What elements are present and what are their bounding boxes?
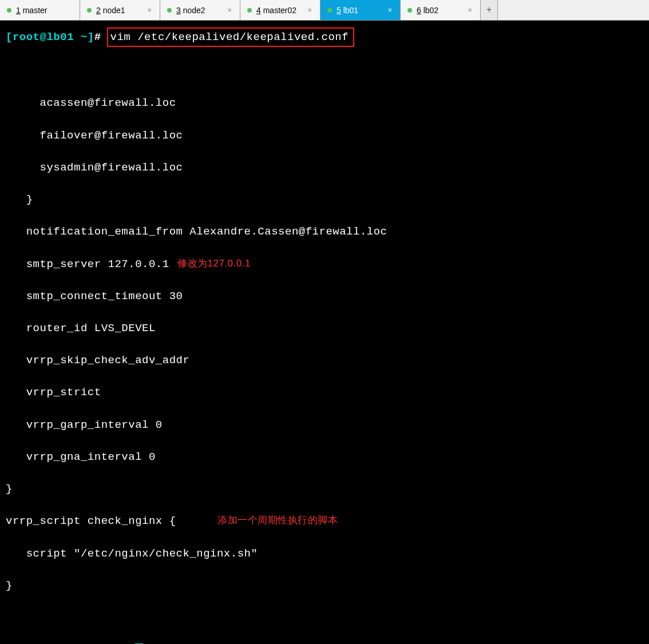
close-icon[interactable]: × (147, 6, 152, 14)
tab-lb02[interactable]: 6 lb02× (401, 0, 481, 20)
cfg-email-close: } (6, 192, 643, 208)
tab-lb01[interactable]: 5 lb01× (320, 0, 401, 20)
tab-label: 4 master02 (256, 6, 296, 15)
tab-master02[interactable]: 4 master02× (240, 0, 320, 20)
close-icon[interactable]: × (227, 6, 232, 14)
cfg-email2: failover@firewall.loc (6, 128, 643, 144)
status-dot-icon (167, 8, 172, 13)
tab-node2[interactable]: 3 node2× (160, 0, 240, 20)
command-text: vim /etc/keepalived/keepalived.conf (110, 31, 349, 43)
tab-bar: 1 master2 node1×3 node2×4 master02×5 lb0… (0, 0, 649, 21)
cfg-garp: vrrp_garp_interval 0 (6, 417, 643, 433)
config-body: acassen@firewall.loc failover@firewall.l… (6, 47, 643, 644)
cfg-email1: acassen@firewall.loc (6, 95, 643, 111)
tab-label: 6 lb02 (417, 6, 438, 15)
cfg-smtp-timeout: smtp_connect_timeout 30 (6, 288, 643, 304)
status-dot-icon (327, 8, 332, 13)
cfg-smtp-server: smtp_server 127.0.0.1 (6, 258, 169, 271)
annotation-script: 添加一个周期性执行的脚本 (217, 513, 338, 527)
cfg-notif-from: notification_email_from Alexandre.Cassen… (6, 224, 643, 240)
cfg-gna: vrrp_gna_interval 0 (6, 449, 643, 465)
annotation-smtp: 修改为127.0.0.1 (177, 256, 251, 271)
add-tab-button[interactable]: + (481, 0, 498, 20)
tab-master[interactable]: 1 master (0, 0, 80, 20)
cfg-script-open: vrrp_script check_nginx { (6, 515, 176, 527)
tab-label: 3 node2 (176, 6, 205, 15)
cfg-close1: } (6, 481, 643, 497)
close-icon[interactable]: × (387, 6, 392, 14)
prompt-hash: # (94, 31, 101, 43)
cfg-skip-check: vrrp_skip_check_adv_addr (6, 352, 643, 368)
prompt-path: ~ (81, 31, 88, 43)
prompt-open: [ (6, 31, 13, 43)
prompt-user: root (13, 31, 40, 43)
command-line: [root@lb01 ~]# vim /etc/keepalived/keepa… (6, 27, 643, 47)
status-dot-icon (407, 8, 412, 13)
close-icon[interactable]: × (307, 6, 312, 14)
status-dot-icon (7, 8, 11, 13)
terminal[interactable]: [root@lb01 ~]# vim /etc/keepalived/keepa… (0, 21, 649, 644)
prompt-host: lb01 (46, 31, 74, 43)
status-dot-icon (247, 8, 252, 13)
cfg-router-id: router_id LVS_DEVEL (6, 320, 643, 336)
tab-node1[interactable]: 2 node1× (80, 0, 160, 20)
tab-label: 5 lb01 (337, 6, 358, 15)
tab-label: 2 node1 (96, 6, 125, 15)
cfg-script-close: } (6, 578, 643, 594)
command-highlight-box: vim /etc/keepalived/keepalived.conf (107, 27, 355, 47)
cfg-email3: sysadmin@firewall.loc (6, 160, 643, 176)
tab-label: 1 master (16, 6, 47, 15)
cfg-vrrp-strict: vrrp_strict (6, 384, 643, 400)
prompt-close: ] (88, 31, 94, 43)
prompt-at: @ (40, 31, 47, 43)
status-dot-icon (87, 8, 92, 13)
close-icon[interactable]: × (468, 6, 472, 14)
cfg-script-line: script "/etc/nginx/check_nginx.sh" (6, 546, 643, 562)
